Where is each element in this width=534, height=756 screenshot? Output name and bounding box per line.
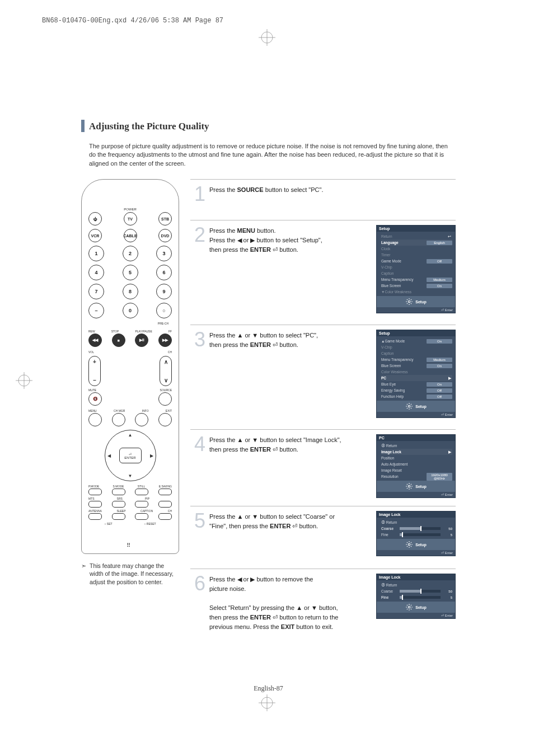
osd-row: Game ModeOff — [381, 258, 452, 264]
svg-point-10 — [409, 405, 411, 407]
remote-menu-button — [135, 413, 148, 426]
remote-illustration: POWER ⏻TVSTB VCRCABLEDVD 123456789–0○ PR… — [81, 179, 179, 554]
osd-screen: Image Lock⦿ ReturnCoarse50Fine5Setup⏎ En… — [376, 511, 456, 556]
osd-title: Setup — [377, 226, 455, 232]
print-header: BN68-01047G-00Eng.qxd 4/26/06 5:38 AM Pa… — [0, 17, 534, 25]
remote-num-button: 7 — [88, 284, 104, 299]
remote-button: ◀◀ — [88, 334, 102, 347]
note-text: This feature may change the width of the… — [90, 562, 179, 586]
remote-num-button: ○ — [156, 303, 172, 318]
svg-point-12 — [409, 543, 411, 546]
osd-enter-hint: ⏎ Enter — [377, 492, 455, 497]
step-text: Press the ▲ or ▼ button to select "Coars… — [209, 511, 374, 531]
osd-screen: SetupReturn↩LanguageEnglishClockTimerGam… — [376, 225, 456, 313]
page-number: English-87 — [81, 684, 456, 693]
remote-num-button: 5 — [123, 265, 138, 280]
osd-title: Setup — [377, 330, 455, 336]
title-accent-bar — [81, 120, 85, 132]
remote-button: ⏻ — [88, 212, 102, 226]
osd-row: ⦿ Return — [381, 443, 452, 449]
remote-num-button: 4 — [88, 265, 104, 280]
step-text: Press the ▲ or ▼ button to select "Image… — [209, 434, 374, 454]
osd-enter-hint: ⏎ Enter — [377, 613, 455, 618]
osd-row: Timer — [381, 252, 452, 258]
remote-source-button — [158, 392, 172, 406]
osd-slider-row: Coarse50 — [381, 525, 452, 532]
remote-mute-button: 🔇 — [88, 392, 102, 406]
osd-row: Position — [381, 455, 452, 461]
osd-row: ⦿ Return — [381, 519, 452, 525]
step-text: Press the ◀ or ▶ button to remove thepic… — [209, 574, 374, 632]
osd-slider-row: Coarse50 — [381, 588, 452, 594]
osd-row: LanguageEnglish — [381, 240, 452, 246]
osd-footer: Setup — [377, 539, 455, 550]
osd-screen: Image Lock⦿ ReturnCoarse50Fine5Setup⏎ En… — [376, 574, 456, 619]
step-text: Press the ▲ or ▼ button to select "PC",t… — [209, 330, 374, 350]
gear-icon — [405, 298, 413, 306]
osd-slider-row: Fine5 — [381, 594, 452, 600]
remote-num-button: 9 — [156, 284, 172, 299]
osd-footer: Setup — [377, 602, 455, 613]
osd-footer: Setup — [377, 481, 455, 492]
remote-button: ▶II — [135, 334, 148, 347]
step-text: Press the MENU button.Press the ◀ or ▶ b… — [209, 225, 374, 255]
side-note: ➣ This feature may change the width of t… — [81, 562, 179, 586]
osd-row: Blue EyeOn — [381, 381, 452, 387]
osd-title: Image Lock — [377, 574, 455, 580]
step-number: 1 — [190, 184, 209, 204]
crop-mark-top — [259, 29, 275, 46]
osd-row: Color Weakness — [381, 369, 452, 375]
gear-icon — [405, 541, 413, 548]
osd-row: Menu TransparencyMedium — [381, 276, 452, 283]
remote-menu-button — [88, 413, 102, 426]
remote-menu-button — [112, 413, 125, 426]
note-arrow-icon: ➣ — [81, 562, 86, 586]
gear-icon — [405, 603, 413, 611]
remote-button: STB — [158, 212, 172, 226]
instruction-step: 2Press the MENU button.Press the ◀ or ▶ … — [190, 220, 456, 320]
remote-ch-rocker: ∧∨ — [160, 356, 172, 386]
osd-row: PC▶ — [381, 375, 452, 381]
remote-num-button: 8 — [123, 284, 138, 299]
osd-title: Image Lock — [377, 511, 455, 518]
step-number: 4 — [190, 434, 209, 454]
osd-screen: Setup▲Game ModeOnV-ChipCaptionMenu Trans… — [376, 330, 456, 418]
remote-button: VCR — [88, 229, 102, 242]
osd-row: Energy SavingOff — [381, 387, 452, 393]
remote-dpad: ▲▼◀▶ ⏎ENTER — [105, 430, 156, 481]
remote-num-button: 2 — [123, 246, 138, 261]
osd-enter-hint: ⏎ Enter — [377, 550, 455, 556]
remote-enter-button: ⏎ENTER — [119, 448, 142, 463]
osd-footer: Setup — [377, 401, 455, 412]
remote-num-button: – — [88, 303, 104, 318]
step-number: 3 — [190, 330, 209, 350]
osd-row: Caption — [381, 350, 452, 356]
osd-enter-hint: ⏎ Enter — [377, 307, 455, 313]
osd-row: ▼Color Weakness — [381, 289, 452, 295]
remote-button: DVD — [158, 229, 172, 242]
osd-row: Return↩ — [381, 233, 452, 240]
step-number: 6 — [190, 574, 209, 594]
svg-point-13 — [409, 606, 411, 608]
osd-row: Image Lock▶ — [381, 449, 452, 455]
instruction-step: 4Press the ▲ or ▼ button to select "Imag… — [190, 429, 456, 501]
osd-row: ⦿ Return — [381, 582, 452, 588]
osd-row: Blue ScreenOn — [381, 283, 452, 289]
osd-row: Auto Adjustment — [381, 461, 452, 467]
svg-point-11 — [409, 485, 411, 487]
crop-mark-bottom — [259, 694, 275, 711]
remote-num-button: 6 — [156, 265, 172, 280]
remote-button: ▶▶ — [158, 334, 172, 347]
instruction-step: 1Press the SOURCE button to select "PC". — [190, 179, 456, 215]
remote-num-button: 1 — [88, 246, 104, 261]
step-number: 2 — [190, 225, 209, 245]
remote-prech-label: PRE-CH — [88, 322, 172, 325]
remote-num-button: 0 — [123, 303, 138, 318]
osd-row: V-Chip — [381, 344, 452, 350]
osd-title: PC — [377, 435, 455, 441]
remote-vol-rocker: +– — [88, 356, 101, 386]
intro-paragraph: The purpose of picture quality adjustmen… — [81, 142, 456, 168]
gear-icon — [405, 482, 413, 490]
remote-dots: ⠿ — [88, 542, 172, 548]
remote-power-label: POWER — [88, 208, 172, 211]
